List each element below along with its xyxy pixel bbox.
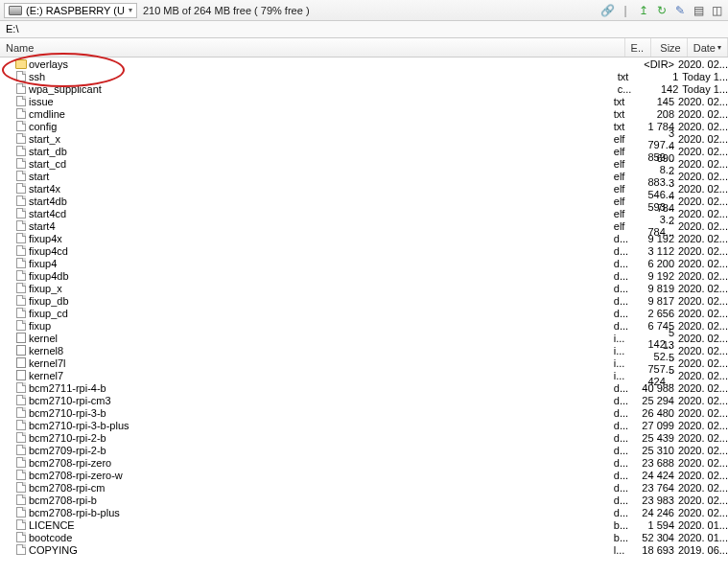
file-row[interactable]: fixup_xd...9 8192020. 02... bbox=[0, 282, 728, 294]
file-ext: d... bbox=[614, 457, 640, 469]
split-icon[interactable]: ◫ bbox=[709, 3, 724, 18]
file-ext: b... bbox=[614, 519, 640, 531]
path-bar[interactable]: E:\ bbox=[0, 21, 728, 38]
file-row[interactable]: start4cdelf784 3...2020. 02... bbox=[0, 207, 728, 219]
file-row[interactable]: start4elf2 784...2020. 02... bbox=[0, 219, 728, 232]
file-ext: d... bbox=[614, 320, 640, 332]
file-row[interactable]: fixup4d...6 2002020. 02... bbox=[0, 257, 728, 269]
file-icon bbox=[15, 382, 27, 393]
file-icon bbox=[15, 245, 27, 256]
file-row[interactable]: bootcodeb...52 3042020. 01... bbox=[0, 531, 728, 543]
file-row[interactable]: COPYINGl...18 6932019. 06... bbox=[0, 543, 728, 556]
file-date: 2020. 02... bbox=[674, 108, 728, 120]
file-ext: d... bbox=[614, 245, 640, 257]
file-row[interactable]: wpa_supplicantc...142Today 1... bbox=[0, 82, 728, 95]
file-ext: d... bbox=[614, 270, 640, 282]
file-icon bbox=[15, 146, 27, 156]
file-row[interactable]: LICENCEb...1 5942020. 01... bbox=[0, 518, 728, 531]
file-row[interactable]: issuetxt1452020. 02... bbox=[0, 95, 728, 107]
file-row[interactable]: fixup4xd...9 1922020. 02... bbox=[0, 232, 728, 244]
toolbar: (E:) RASPBERRY (U ▾ 210 MB of 264 MB fre… bbox=[0, 0, 728, 21]
file-icon bbox=[15, 457, 27, 468]
file-row[interactable]: fixup4dbd...9 1922020. 02... bbox=[0, 269, 728, 282]
file-ext: d... bbox=[614, 470, 640, 481]
file-ext: elf bbox=[614, 183, 640, 195]
file-date: 2020. 02... bbox=[674, 233, 728, 244]
file-row[interactable]: bcm2710-rpi-3-b-plusd...27 0992020. 02..… bbox=[0, 419, 728, 431]
file-row[interactable]: start_cdelf690 8...2020. 02... bbox=[0, 157, 728, 170]
up-arrow-icon[interactable]: ↥ bbox=[636, 3, 651, 18]
file-date: 2020. 02... bbox=[674, 58, 728, 70]
file-icon bbox=[15, 158, 27, 169]
file-row[interactable]: bcm2708-rpi-zerod...23 6882020. 02... bbox=[0, 456, 728, 469]
file-row[interactable]: start4xelf3 546...2020. 02... bbox=[0, 182, 728, 195]
file-row[interactable]: kerneli...5 142...2020. 02... bbox=[0, 332, 728, 344]
file-size: 9 819 bbox=[640, 283, 674, 294]
file-row[interactable]: bcm2709-rpi-2-bd...25 3102020. 02... bbox=[0, 444, 728, 456]
file-icon bbox=[15, 482, 27, 493]
file-icon bbox=[15, 133, 27, 144]
file-icon bbox=[15, 233, 27, 243]
binary-file-icon bbox=[15, 333, 27, 343]
file-row[interactable]: bcm2708-rpi-b-plusd...24 2462020. 02... bbox=[0, 506, 728, 518]
file-row[interactable]: kernel8i...13 52...2020. 02... bbox=[0, 344, 728, 356]
file-name: start_db bbox=[29, 146, 67, 157]
file-name: bcm2708-rpi-cm bbox=[29, 482, 105, 494]
file-size: 6 200 bbox=[640, 258, 674, 269]
file-row[interactable]: start4dbelf4 593...2020. 02... bbox=[0, 195, 728, 207]
file-row[interactable]: bcm2708-rpi-zero-wd...24 4242020. 02... bbox=[0, 469, 728, 481]
file-row[interactable]: sshtxt1Today 1... bbox=[0, 70, 728, 82]
file-ext: d... bbox=[614, 507, 640, 518]
file-ext: d... bbox=[614, 382, 640, 394]
file-row[interactable]: bcm2711-rpi-4-bd...40 9882020. 02... bbox=[0, 381, 728, 394]
file-name: bcm2710-rpi-2-b bbox=[29, 432, 106, 444]
file-row[interactable]: bcm2710-rpi-3-bd...26 4802020. 02... bbox=[0, 406, 728, 419]
file-row[interactable]: fixup_cdd...2 6562020. 02... bbox=[0, 307, 728, 319]
file-icon bbox=[15, 171, 27, 181]
file-ext: d... bbox=[614, 233, 640, 244]
link-icon[interactable]: 🔗 bbox=[599, 3, 615, 18]
file-row[interactable]: bcm2708-rpi-bd...23 9832020. 02... bbox=[0, 494, 728, 506]
file-row[interactable]: kernel7li...5 757...2020. 02... bbox=[0, 356, 728, 369]
file-row[interactable]: fixupd...6 7452020. 02... bbox=[0, 319, 728, 332]
file-row[interactable]: cmdlinetxt2082020. 02... bbox=[0, 107, 728, 120]
file-row[interactable]: overlays<DIR>2020. 02... bbox=[0, 58, 728, 70]
file-name: kernel7l bbox=[29, 357, 66, 369]
header-date[interactable]: Date▾ bbox=[688, 38, 728, 57]
file-date: 2020. 02... bbox=[674, 295, 728, 307]
file-ext: b... bbox=[614, 532, 640, 543]
file-icon bbox=[15, 258, 27, 268]
file-size: 25 310 bbox=[640, 445, 674, 456]
drive-selector[interactable]: (E:) RASPBERRY (U ▾ bbox=[4, 3, 137, 18]
file-ext: l... bbox=[614, 544, 640, 556]
separator-icon: | bbox=[618, 3, 633, 18]
file-ext: i... bbox=[614, 345, 640, 356]
file-row[interactable]: start_xelf3 797...2020. 02... bbox=[0, 132, 728, 145]
file-list[interactable]: overlays<DIR>2020. 02...sshtxt1Today 1..… bbox=[0, 58, 728, 575]
file-icon bbox=[15, 108, 27, 119]
file-date: 2020. 02... bbox=[674, 258, 728, 269]
file-date: Today 1... bbox=[678, 71, 728, 82]
file-row[interactable]: bcm2708-rpi-cmd...23 7642020. 02... bbox=[0, 481, 728, 494]
file-row[interactable]: kernel7i...5 424...2020. 02... bbox=[0, 369, 728, 381]
refresh-icon[interactable]: ↻ bbox=[654, 3, 669, 18]
file-row[interactable]: startelf2 883...2020. 02... bbox=[0, 170, 728, 182]
file-row[interactable]: bcm2710-rpi-cm3d...25 2942020. 02... bbox=[0, 394, 728, 406]
file-icon bbox=[15, 420, 27, 430]
file-date: 2020. 02... bbox=[674, 407, 728, 419]
file-row[interactable]: fixup_dbd...9 8172020. 02... bbox=[0, 294, 728, 307]
file-size: 52 304 bbox=[640, 532, 674, 543]
path-text: E:\ bbox=[6, 23, 18, 34]
file-icon bbox=[15, 196, 27, 206]
header-size[interactable]: Size bbox=[651, 38, 687, 57]
file-row[interactable]: start_dbelf4 859...2020. 02... bbox=[0, 145, 728, 157]
file-size: 26 480 bbox=[640, 407, 674, 419]
file-row[interactable]: fixup4cdd...3 1122020. 02... bbox=[0, 244, 728, 257]
wand-icon[interactable]: ✎ bbox=[672, 3, 688, 18]
header-name[interactable]: Name bbox=[0, 38, 625, 57]
file-row[interactable]: configtxt1 7842020. 02... bbox=[0, 120, 728, 132]
file-date: 2020. 02... bbox=[674, 320, 728, 332]
list-icon[interactable]: ▤ bbox=[691, 3, 706, 18]
header-ext[interactable]: E.. bbox=[625, 38, 652, 57]
file-row[interactable]: bcm2710-rpi-2-bd...25 4392020. 02... bbox=[0, 431, 728, 444]
